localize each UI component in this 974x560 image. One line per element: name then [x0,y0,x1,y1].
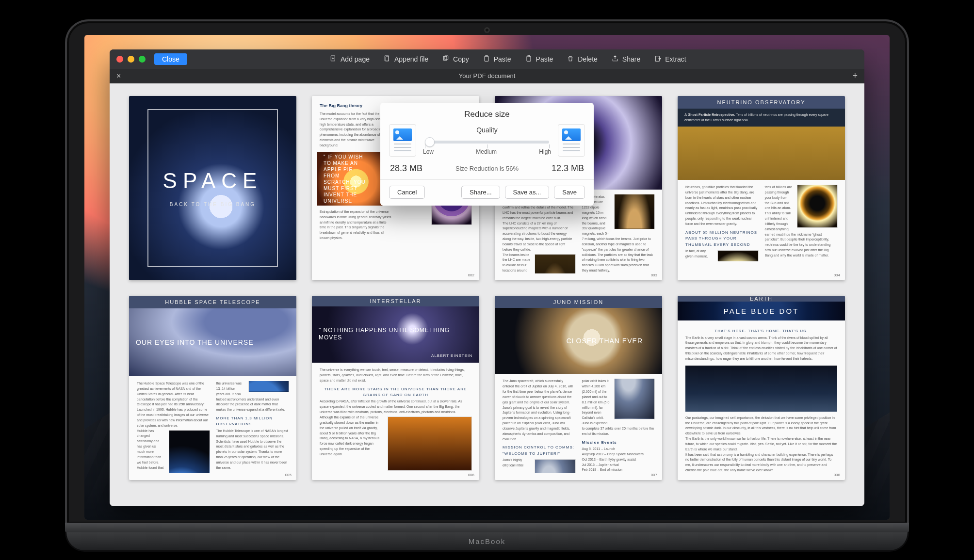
slider-track[interactable] [425,141,549,144]
tool-add-page[interactable]: Add page [329,55,370,64]
document-tab-bar: × Your PDF document + [110,69,864,83]
page-thumbnail-5[interactable]: HUBBLE SPACE TELESCOPE OUR EYES INTO THE… [129,296,296,480]
page-thumbnail-6[interactable]: INTERSTELLAR " NOTHING HAPPENS UNTIL SOM… [312,296,479,480]
size-reduction-text: Size Reduction is 56% [455,165,519,172]
close-tab-button[interactable]: × [110,72,128,80]
slider-mark-low: Low [423,148,434,155]
page-hero-image [678,127,845,180]
event-line: Oct 2013 – Earth flyby gravity assist [582,457,655,463]
picture-icon [393,128,412,141]
page-hero-image: PALE BLUE DOT [678,302,845,320]
page-thumbnail-8[interactable]: EARTH PALE BLUE DOT THAT'S HERE. THAT'S … [678,296,845,480]
tool-append-file[interactable]: Append file [383,55,428,64]
mid-headline: ABOUT 65 MILLION NEUTRINOS PASS THROUGH … [685,230,758,248]
titlebar: Close Add page Append file Copy [110,49,864,69]
after-doc-icon [558,124,585,157]
window-zoom-dot[interactable] [139,56,146,63]
page-hero-image: " NOTHING HAPPENS UNTIL SOMETHING MOVES … [312,306,479,363]
reduce-size-dialog: Reduce size Quality [380,103,594,206]
slider-thumb[interactable] [425,137,435,147]
callout-title: A Ghost Particle Retrospective. [684,113,735,116]
slider-mark-high: High [539,148,551,155]
cover-title: SPACE [163,169,263,193]
add-page-icon [329,55,337,64]
page-number: 007 [651,473,657,477]
body-text: The Hubble Telescope is one of NASA's lo… [216,429,289,471]
inset-image [388,417,471,470]
hero-quote-author: ALBERT EINSTEIN [431,353,472,358]
body-text: Our posturings, our imagined self-import… [685,416,837,436]
page-number: 006 [468,473,474,477]
tool-label: Paste [536,55,553,63]
tool-label: Delete [578,55,597,63]
mid-headline: THAT'S HERE. THAT'S HOME. THAT'S US. [685,328,837,334]
page-hero-image: CLOSER THAN EVER [495,308,662,374]
tool-extract[interactable]: Extract [654,55,686,64]
close-button[interactable]: Close [154,53,187,65]
laptop-base: MacBook [65,523,909,558]
page-hero-image: OUR EYES INTO THE UNIVERSE [129,308,296,376]
cancel-button[interactable]: Cancel [389,186,425,199]
body-text: The Juno spacecraft, which successfully … [503,379,575,405]
document-title: Your PDF document [459,72,516,80]
cover-art: SPACE BACK TO THE BIG BANG [129,96,296,280]
callout-box: A Ghost Particle Retrospective. Tens of … [678,109,845,127]
body-text: The universe is everything we can touch,… [320,368,471,384]
tool-label: Share [622,55,640,63]
page-headband: HUBBLE SPACE TELESCOPE [129,296,296,308]
body-text: Juno's primary goal is to reveal the sto… [503,405,575,442]
body-text: The Earth is a very small stage in a vas… [685,336,837,362]
event-line: Jul 2016 – Jupiter arrival [582,463,655,468]
page-thumbnail-7[interactable]: JUNO MISSION CLOSER THAN EVER The Juno s… [495,296,662,480]
quality-label: Quality [423,126,551,134]
page-headband: JUNO MISSION [495,296,662,308]
tool-label: Paste [494,55,511,63]
window-close-dot[interactable] [116,56,123,63]
page-number: 003 [651,273,657,277]
tool-delete[interactable]: Delete [567,55,597,64]
body-text: The Hubble Space Telescope was one of th… [137,381,210,429]
dialog-title: Reduce size [389,110,585,119]
body-text: According to NASA, after inflation the g… [320,399,471,415]
share-icon [611,55,619,64]
mid-headline: MORE THAN 1.3 MILLION OBSERVATIONS [216,416,289,428]
add-tab-button[interactable]: + [845,71,864,81]
save-as-button[interactable]: Save as... [505,186,550,199]
page-headband: EARTH [678,296,845,302]
inset-image [685,366,837,412]
page-number: 008 [834,473,840,477]
page-headband: INTERSTELLAR [312,296,479,306]
window-minimize-dot[interactable] [128,56,134,63]
camera-dot [484,27,490,33]
tool-paste-2[interactable]: Paste [525,55,553,64]
tool-share[interactable]: Share [611,55,640,64]
app-window: Close Add page Append file Copy [110,49,864,506]
page-thumbnail-4[interactable]: NEUTRINO OBSERVATORY A Ghost Particle Re… [678,96,845,280]
page-number: 005 [285,473,292,477]
save-button[interactable]: Save [554,186,585,199]
events-heading: Mission Events [582,440,655,446]
body-text: Extrapolation of the expansion of the un… [320,209,392,241]
copy-icon [442,55,450,64]
size-after: 12.3 MB [552,163,584,174]
svg-rect-2 [386,57,389,61]
quality-slider: Quality Low Medium High [423,126,551,155]
hero-quote: CLOSER THAN EVER [567,336,643,345]
paste-icon [483,55,490,64]
desktop-wallpaper: Close Add page Append file Copy [84,35,890,520]
page-number: 002 [468,273,474,277]
paste-icon [525,55,533,64]
trash-icon [567,55,574,64]
tool-paste-1[interactable]: Paste [483,55,511,64]
hero-quote: " IF YOU WISH TO MAKE AN APPLE PIE FROM … [324,154,366,204]
mid-headline: MISSION CONTROL TO COMMS: "WELCOME TO JU… [503,445,575,457]
page-thumbnail-1[interactable]: SPACE BACK TO THE BIG BANG [129,96,296,280]
body-text: The Earth is the only world known so far… [685,436,837,452]
body-text: The LHC consists of a 27 km ring of supe… [503,221,575,253]
hero-quote: " NOTHING HAPPENS UNTIL SOMETHING MOVES [319,327,450,342]
event-line: Feb 2018 – End of mission [582,467,655,473]
tool-copy[interactable]: Copy [442,55,469,64]
share-button[interactable]: Share... [461,186,500,199]
cover-frame: SPACE BACK TO THE BIG BANG [147,109,278,268]
slider-mark-medium: Medium [476,148,497,155]
